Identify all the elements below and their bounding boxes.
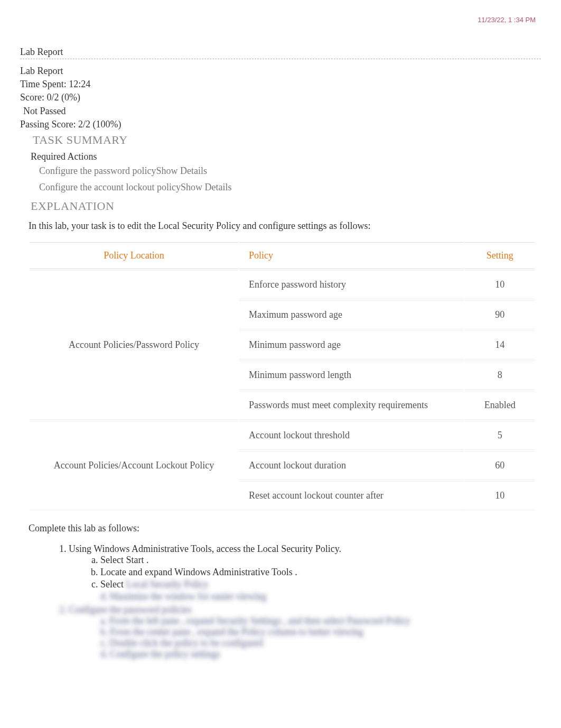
intro-text: In this lab, your task is to edit the Lo… — [29, 220, 541, 232]
col-policy: Policy — [239, 242, 464, 269]
show-details-link[interactable]: Show Details — [156, 165, 207, 176]
policy-name: Maximum password age — [239, 300, 464, 329]
passing-score: Passing Score: 2/2 (100%) — [20, 118, 541, 131]
policy-setting: 60 — [465, 451, 535, 480]
policy-setting: 8 — [465, 361, 535, 390]
show-details-link[interactable]: Show Details — [181, 182, 232, 192]
col-location: Policy Location — [30, 242, 238, 269]
title-divider — [20, 59, 541, 59]
substep-b-pre: Locate — [100, 567, 128, 577]
table-row: Account Policies/Account Lockout Policy … — [30, 421, 535, 450]
substep-b-mid: and — [128, 567, 145, 577]
policy-name: Minimum password length — [239, 361, 464, 390]
timestamp: 11/23/22, 1 :34 PM — [478, 16, 536, 24]
policy-name: Minimum password age — [239, 330, 464, 360]
blurred-text: c. Double click the policy to be configu… — [100, 638, 541, 649]
blurred-text: a. From the left pane , expand Security … — [100, 615, 541, 626]
policy-table: Policy Location Policy Setting Account P… — [29, 241, 536, 511]
blurred-text: Local Security Policy — [126, 579, 208, 589]
substep-b-post: expand Windows Administrative Tools . — [145, 567, 297, 577]
blurred-text: b. From the center pane , expand the Pol… — [100, 626, 541, 638]
action-item: Configure the password policyShow Detail… — [39, 165, 541, 177]
policy-location: Account Policies/Password Policy — [30, 270, 238, 420]
policy-setting: 10 — [465, 481, 535, 510]
blurred-text: d. Maximize the window for easier viewin… — [100, 591, 541, 602]
status-not-passed: Not Passed — [23, 105, 541, 118]
complete-label: Complete this lab as follows: — [29, 523, 541, 534]
substep-c: Select Local Security Policy — [100, 579, 541, 590]
policy-location: Account Policies/Account Lockout Policy — [30, 421, 238, 510]
action-text: Configure the password policy — [39, 165, 156, 176]
table-row: Account Policies/Password Policy Enforce… — [30, 270, 535, 299]
page-title: Lab Report — [20, 47, 541, 58]
explanation-heading: EXPLANATION — [31, 199, 541, 213]
policy-setting: Enabled — [465, 391, 535, 420]
policy-setting: 90 — [465, 300, 535, 329]
policy-name: Reset account lockout counter after — [239, 481, 464, 510]
blurred-text: 2. Configure the password policies — [59, 604, 541, 615]
policy-name: Passwords must meet complexity requireme… — [239, 391, 464, 420]
substep-b: Locate and expand Windows Administrative… — [100, 567, 541, 578]
step-1: Using Windows Administrative Tools, acce… — [69, 543, 541, 602]
task-summary-heading: TASK SUMMARY — [33, 133, 541, 147]
required-actions-heading: Required Actions — [31, 151, 541, 162]
time-spent: Time Spent: 12:24 — [20, 78, 541, 91]
substep-a: Select Start . — [100, 555, 541, 566]
table-header-row: Policy Location Policy Setting — [30, 242, 535, 269]
col-setting: Setting — [465, 242, 535, 269]
blurred-text: d. Configure the policy settings — [100, 649, 541, 660]
policy-setting: 10 — [465, 270, 535, 299]
substep-c-text: Select — [100, 579, 126, 589]
policy-name: Account lockout threshold — [239, 421, 464, 450]
policy-name: Account lockout duration — [239, 451, 464, 480]
policy-name: Enforce password history — [239, 270, 464, 299]
score: Score: 0/2 (0%) — [20, 91, 541, 104]
action-item: Configure the account lockout policyShow… — [39, 182, 541, 193]
policy-setting: 14 — [465, 330, 535, 360]
report-title: Lab Report — [20, 64, 541, 78]
action-text: Configure the account lockout policy — [39, 182, 181, 192]
policy-setting: 5 — [465, 421, 535, 450]
step-text: Using Windows Administrative Tools, acce… — [69, 543, 341, 554]
